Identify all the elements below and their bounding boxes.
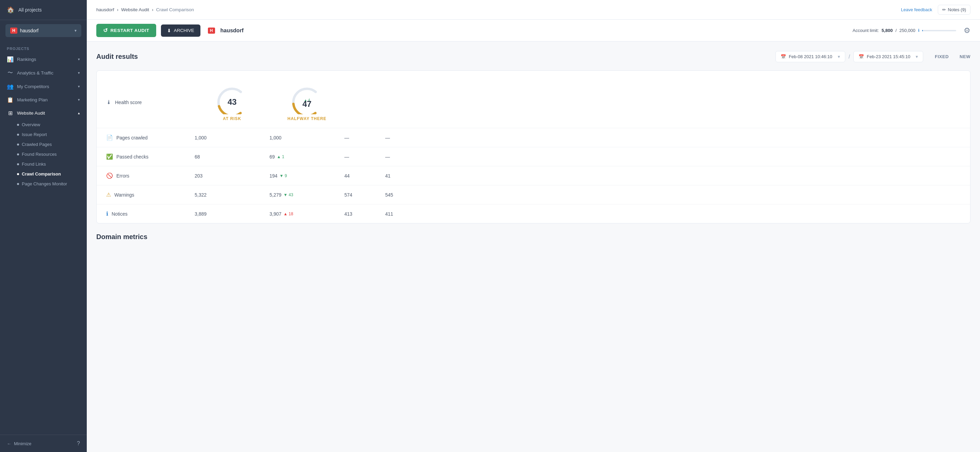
thermometer-icon: 🌡 (106, 99, 111, 105)
info-circle-icon: ℹ (106, 211, 108, 217)
warnings-val1: 5,322 (195, 192, 269, 198)
passed-checks-change: ▲ 1 (277, 154, 285, 159)
sidebar-item-analytics[interactable]: 〜 Analytics & Traffic ▾ (0, 66, 87, 80)
fixed-label: FIXED (935, 54, 949, 59)
date-select-1[interactable]: 📅 Feb-08 2021 10:46:10 ▾ (775, 51, 845, 62)
sidebar-item-marketing[interactable]: 📋 Marketing Plan ▾ (0, 93, 87, 106)
sidebar-item-rankings[interactable]: 📊 Rankings ▾ (0, 53, 87, 66)
passed-checks-new: — (385, 154, 426, 160)
pages-crawled-new: — (385, 135, 426, 140)
errors-row: 🚫 Errors 203 194 ▼ 9 44 41 (97, 166, 970, 186)
passed-checks-fixed: — (344, 154, 385, 160)
dot-icon (17, 153, 19, 155)
date-select-2[interactable]: 📅 Feb-23 2021 15:45:10 ▾ (853, 51, 923, 62)
leave-feedback-link[interactable]: Leave feedback (901, 7, 932, 12)
errors-val2: 194 ▼ 9 (269, 173, 344, 179)
score-43-cell: 43 AT RISK (195, 77, 269, 128)
project-name-label: hausdorf (221, 27, 243, 34)
archive-label: ARCHIVE (174, 28, 194, 33)
home-icon: 🏠 (7, 6, 14, 14)
pages-crawled-row: 📄 Pages crawled 1,000 1,000 — — (97, 128, 970, 147)
score-47-cell: ▲ 4 47 HALFWAY THERE (269, 77, 344, 128)
restart-audit-button[interactable]: ↺ RESTART AUDIT (96, 24, 156, 37)
warnings-fixed: 574 (344, 192, 385, 198)
breadcrumb-website-audit[interactable]: Website Audit (121, 7, 149, 12)
svg-text:43: 43 (228, 97, 237, 106)
date-2-value: Feb-23 2021 15:45:10 (867, 54, 910, 59)
marketing-icon: 📋 (7, 97, 14, 103)
sidebar-item-competitors[interactable]: 👥 My Competitors ▾ (0, 80, 87, 93)
all-projects-label[interactable]: All projects (18, 7, 41, 13)
dot-icon (17, 124, 19, 126)
notices-change: ▲ 18 (283, 211, 293, 216)
notes-label: Notes (9) (948, 7, 966, 12)
sidebar-sub-crawled-pages[interactable]: Crawled Pages (17, 140, 87, 149)
chevron-up-icon: ▴ (78, 111, 80, 115)
svg-text:47: 47 (302, 99, 312, 108)
main-content: hausdorf › Website Audit › Crawl Compari… (87, 0, 980, 452)
errors-label: 🚫 Errors (106, 173, 195, 179)
sidebar-sub-found-resources[interactable]: Found Resources (17, 149, 87, 159)
website-audit-icon: ⊞ (7, 110, 14, 116)
sidebar: 🏠 All projects H hausdorf ▾ PROJECTS 📊 R… (0, 0, 87, 452)
sidebar-sub-page-changes-monitor[interactable]: Page Changes Monitor (17, 179, 87, 189)
errors-change: ▼ 9 (279, 173, 287, 178)
audit-results-header: Audit results 📅 Feb-08 2021 10:46:10 ▾ /… (96, 51, 970, 62)
warnings-row: ⚠ Warnings 5,322 5,279 ▼ 43 574 545 (97, 186, 970, 205)
dot-icon (17, 173, 19, 175)
settings-gear-icon[interactable]: ⚙ (964, 26, 970, 35)
archive-button[interactable]: ⬇ ARCHIVE (161, 24, 200, 37)
errors-new: 41 (385, 173, 426, 179)
sidebar-item-label: Marketing Plan (17, 97, 48, 102)
sidebar-sub-overview[interactable]: Overview (17, 120, 87, 130)
sub-item-label: Crawl Comparison (22, 171, 61, 176)
website-audit-subnav: Overview Issue Report Crawled Pages Foun… (0, 120, 87, 189)
notes-button[interactable]: ✏ Notes (9) (938, 5, 970, 14)
domain-metrics-section: Domain metrics (96, 233, 970, 241)
notices-new: 411 (385, 211, 426, 217)
projects-section-label: PROJECTS (0, 41, 87, 53)
dot-icon (17, 183, 19, 185)
account-limit: Account limit: 5,800 / 250,000 ℹ (853, 28, 956, 33)
restart-icon: ↺ (103, 27, 108, 34)
errors-val1: 203 (195, 173, 269, 179)
chevron-right-icon: ▾ (78, 57, 80, 62)
error-circle-icon: 🚫 (106, 173, 113, 179)
sidebar-item-website-audit[interactable]: ⊞ Website Audit ▴ (0, 106, 87, 120)
sidebar-sub-found-links[interactable]: Found Links (17, 159, 87, 169)
minimize-button[interactable]: ← Minimize (7, 441, 31, 446)
project-selector[interactable]: H hausdorf ▾ (5, 24, 81, 37)
calendar-icon-1: 📅 (781, 54, 786, 59)
sidebar-sub-crawl-comparison[interactable]: Crawl Comparison (17, 169, 87, 179)
sub-item-label: Found Resources (22, 152, 57, 157)
pages-crawled-text: Pages crawled (116, 135, 148, 140)
passed-checks-text: Passed checks (116, 154, 148, 160)
warnings-text: Warnings (115, 192, 134, 198)
help-icon[interactable]: ? (77, 441, 80, 447)
account-sep: / (895, 28, 897, 33)
info-icon: ℹ (918, 28, 920, 33)
sidebar-sub-issue-report[interactable]: Issue Report (17, 130, 87, 140)
project-badge: H (208, 27, 215, 34)
warnings-label: ⚠ Warnings (106, 192, 195, 198)
halfway-there-label: HALFWAY THERE (288, 116, 327, 121)
breadcrumb-home[interactable]: hausdorf (96, 7, 115, 12)
notices-text: Notices (111, 211, 127, 217)
notices-label: ℹ Notices (106, 211, 195, 217)
limit-progress-bar (922, 30, 956, 31)
chevron-right-icon: ▾ (78, 98, 80, 102)
account-limit-label: Account limit: (853, 28, 879, 33)
chevron-right-icon: ▾ (78, 84, 80, 89)
passed-checks-row: ✅ Passed checks 68 69 ▲ 1 — — (97, 147, 970, 166)
warnings-change: ▼ 43 (283, 192, 293, 197)
competitors-icon: 👥 (7, 83, 14, 90)
errors-fixed: 44 (344, 173, 385, 179)
warnings-new: 545 (385, 192, 426, 198)
dot-icon (17, 163, 19, 165)
pages-crawled-fixed: — (344, 135, 385, 140)
pages-crawled-label: 📄 Pages crawled (106, 134, 195, 141)
pages-crawled-val1: 1,000 (195, 135, 269, 140)
pages-crawled-val2: 1,000 (269, 135, 344, 140)
notices-row: ℹ Notices 3,889 3,907 ▲ 18 413 411 (97, 205, 970, 223)
domain-metrics-title: Domain metrics (96, 233, 970, 241)
